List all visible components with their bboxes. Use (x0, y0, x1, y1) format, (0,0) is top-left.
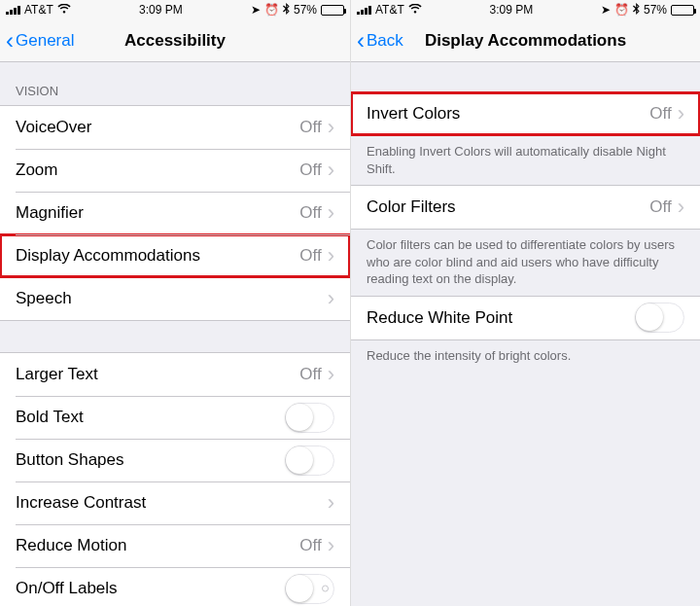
row-increase-contrast[interactable]: Increase Contrast › (0, 481, 350, 524)
cell-group-filters: Color Filters Off › (351, 185, 700, 230)
row-onoff-labels[interactable]: On/Off Labels (0, 567, 350, 606)
chevron-right-icon: › (328, 245, 334, 267)
alarm-icon: ⏰ (264, 3, 279, 17)
signal-icon (6, 5, 20, 15)
nav-back-button[interactable]: ‹ General (0, 19, 74, 61)
battery-icon (671, 5, 694, 16)
battery-pct: 57% (644, 3, 667, 17)
wifi-icon (57, 3, 71, 17)
row-reduce-white-point[interactable]: Reduce White Point (351, 297, 700, 339)
chevron-right-icon: › (328, 492, 334, 514)
row-zoom[interactable]: Zoom Off › (0, 149, 350, 192)
content-scroll[interactable]: VISION VoiceOver Off › Zoom Off › Magnif… (0, 62, 350, 606)
alarm-icon: ⏰ (614, 3, 629, 17)
row-magnifier[interactable]: Magnifier Off › (0, 192, 350, 234)
status-time: 3:09 PM (139, 3, 183, 17)
footer-whitepoint: Reduce the intensity of bright colors. (351, 340, 700, 373)
screen-accessibility: AT&T 3:09 PM ➤ ⏰ 57% ‹ General Accessibi… (0, 0, 350, 606)
chevron-right-icon: › (678, 196, 684, 218)
footer-invert: Enabling Invert Colors will automaticall… (351, 136, 700, 185)
row-speech[interactable]: Speech › (0, 277, 350, 320)
switch-onoff-labels[interactable] (285, 574, 334, 604)
nav-bar: ‹ Back Display Accommodations (351, 19, 700, 62)
cell-group-text: Larger Text Off › Bold Text Button Shape… (0, 352, 350, 606)
wifi-icon (408, 3, 422, 17)
chevron-right-icon: › (328, 535, 334, 556)
chevron-right-icon: › (328, 202, 334, 224)
bluetooth-icon (283, 3, 290, 18)
carrier-label: AT&T (24, 3, 53, 17)
row-bold-text[interactable]: Bold Text (0, 396, 350, 439)
switch-bold-text[interactable] (285, 403, 334, 433)
nav-bar: ‹ General Accessibility (0, 19, 350, 62)
chevron-left-icon: ‹ (357, 29, 365, 53)
status-bar: AT&T 3:09 PM ➤ ⏰ 57% (0, 0, 350, 19)
switch-button-shapes[interactable] (285, 446, 334, 476)
cell-group-vision: VoiceOver Off › Zoom Off › Magnifier Off… (0, 105, 350, 321)
chevron-right-icon: › (328, 117, 334, 138)
location-icon: ➤ (251, 3, 261, 17)
row-color-filters[interactable]: Color Filters Off › (351, 186, 700, 229)
nav-back-label: General (16, 31, 74, 51)
nav-back-label: Back (367, 31, 403, 51)
row-display-accommodations[interactable]: Display Accommodations Off › (0, 234, 350, 277)
nav-back-button[interactable]: ‹ Back (351, 19, 403, 61)
chevron-right-icon: › (328, 160, 334, 181)
status-bar: AT&T 3:09 PM ➤ ⏰ 57% (351, 0, 700, 19)
footer-filters: Color filters can be used to differentia… (351, 230, 700, 296)
bluetooth-icon (633, 3, 640, 18)
status-time: 3:09 PM (490, 3, 534, 17)
content-scroll[interactable]: Invert Colors Off › Enabling Invert Colo… (351, 62, 700, 606)
signal-icon (357, 5, 371, 15)
row-reduce-motion[interactable]: Reduce Motion Off › (0, 524, 350, 567)
cell-group-invert: Invert Colors Off › (351, 91, 700, 136)
switch-reduce-white-point[interactable] (635, 303, 684, 333)
section-header-vision: VISION (0, 62, 350, 105)
row-voiceover[interactable]: VoiceOver Off › (0, 106, 350, 149)
screen-display-accommodations: AT&T 3:09 PM ➤ ⏰ 57% ‹ Back Display Acco… (350, 0, 700, 606)
row-button-shapes[interactable]: Button Shapes (0, 439, 350, 481)
battery-icon (321, 5, 344, 16)
carrier-label: AT&T (375, 3, 404, 17)
chevron-right-icon: › (328, 364, 334, 385)
chevron-right-icon: › (328, 288, 334, 309)
cell-group-whitepoint: Reduce White Point (351, 296, 700, 340)
row-larger-text[interactable]: Larger Text Off › (0, 353, 350, 396)
row-invert-colors[interactable]: Invert Colors Off › (351, 92, 700, 135)
chevron-right-icon: › (678, 103, 684, 125)
location-icon: ➤ (601, 3, 611, 17)
chevron-left-icon: ‹ (6, 29, 14, 53)
battery-pct: 57% (294, 3, 317, 17)
